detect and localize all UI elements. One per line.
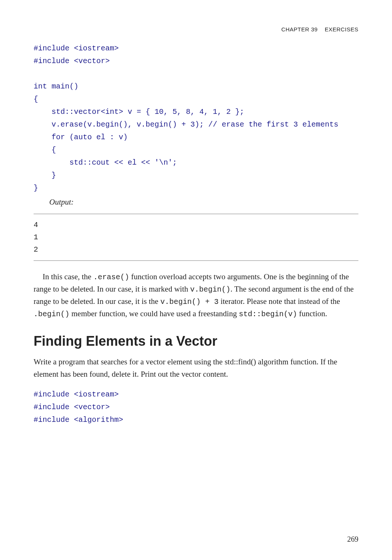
output-box: 4 1 2	[34, 214, 358, 261]
inline-code: std::begin(v)	[239, 310, 297, 318]
chapter-label: CHAPTER 39	[281, 26, 318, 32]
inline-code: .begin()	[34, 310, 69, 318]
section-heading: Finding Elements in a Vector	[34, 333, 358, 349]
output-label: Output:	[49, 197, 358, 207]
body-paragraph-1: In this case, the .erase() function over…	[34, 271, 358, 320]
inline-code: v.begin() + 3	[160, 298, 218, 306]
inline-code: v.begin()	[190, 285, 230, 294]
page-header: CHAPTER 39 EXERCISES	[34, 26, 358, 32]
chapter-title: EXERCISES	[325, 26, 358, 32]
output-line: 2	[34, 243, 358, 256]
code-block-1: #include <iostream> #include <vector> in…	[34, 42, 358, 195]
code-block-2: #include <iostream> #include <vector> #i…	[34, 388, 358, 426]
output-line: 1	[34, 231, 358, 243]
page-number: 269	[347, 535, 358, 544]
body-paragraph-2: Write a program that searches for a vect…	[34, 356, 358, 380]
output-line: 4	[34, 219, 358, 231]
inline-code: .erase()	[93, 273, 129, 281]
